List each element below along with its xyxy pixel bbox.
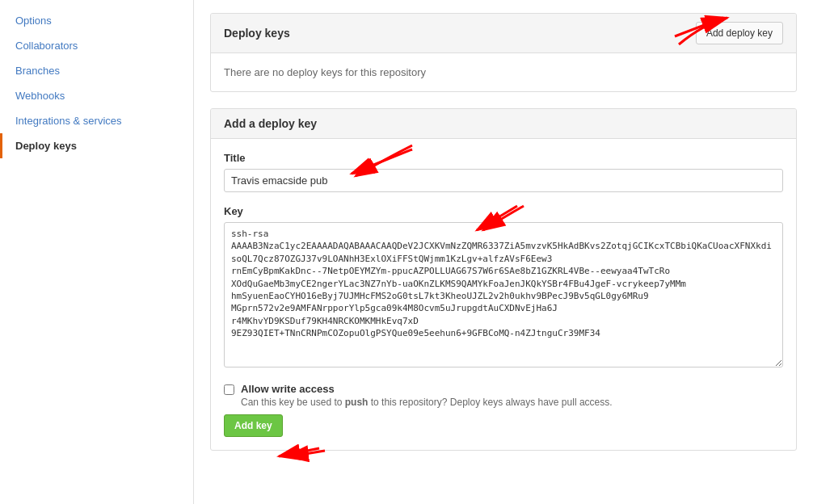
key-textarea[interactable]: ssh-rsa AAAAB3NzaC1yc2EAAAADAQABAAACAAQD…	[224, 222, 783, 368]
deploy-keys-header: Deploy keys Add deploy key	[211, 14, 796, 53]
sidebar-item-branches[interactable]: Branches	[0, 58, 193, 83]
allow-write-desc: Can this key be used to push to this rep…	[241, 397, 613, 408]
title-label: Title	[224, 152, 783, 164]
deploy-keys-body: There are no deploy keys for this reposi…	[211, 53, 796, 91]
sidebar-item-options[interactable]: Options	[0, 8, 193, 33]
sidebar-item-deploy-keys[interactable]: Deploy keys	[0, 133, 193, 158]
deploy-keys-section: Deploy keys Add deploy key There are no …	[210, 13, 797, 92]
allow-write-group: Allow write access Can this key be used …	[224, 383, 783, 408]
allow-write-label[interactable]: Allow write access	[241, 383, 335, 395]
allow-write-text: Allow write access Can this key be used …	[241, 383, 613, 408]
sidebar-item-integrations-services[interactable]: Integrations & services	[0, 108, 193, 133]
add-deploy-key-button[interactable]: Add deploy key	[696, 22, 783, 44]
key-label: Key	[224, 205, 783, 217]
add-deploy-key-header: Add a deploy key	[211, 109, 796, 139]
add-deploy-key-title: Add a deploy key	[224, 117, 317, 130]
add-deploy-key-body: Title Key ssh-rsa AAAAB3NzaC1yc2EAAAADAQ…	[211, 139, 796, 450]
sidebar-item-webhooks[interactable]: Webhooks	[0, 83, 193, 108]
title-input[interactable]	[224, 169, 783, 192]
key-form-group: Key ssh-rsa AAAAB3NzaC1yc2EAAAADAQABAAAC…	[224, 205, 783, 370]
add-deploy-key-section: Add a deploy key Title Key ssh-rsa AAAAB…	[210, 108, 797, 451]
title-form-group: Title	[224, 152, 783, 192]
sidebar: Options Collaborators Branches Webhooks …	[0, 0, 194, 504]
allow-write-checkbox[interactable]	[224, 384, 234, 395]
add-key-button[interactable]: Add key	[224, 414, 283, 437]
deploy-keys-title: Deploy keys	[224, 27, 290, 40]
main-content: Deploy keys Add deploy key There are no …	[194, 0, 813, 504]
deploy-keys-empty-message: There are no deploy keys for this reposi…	[224, 66, 783, 78]
sidebar-item-collaborators[interactable]: Collaborators	[0, 33, 193, 58]
